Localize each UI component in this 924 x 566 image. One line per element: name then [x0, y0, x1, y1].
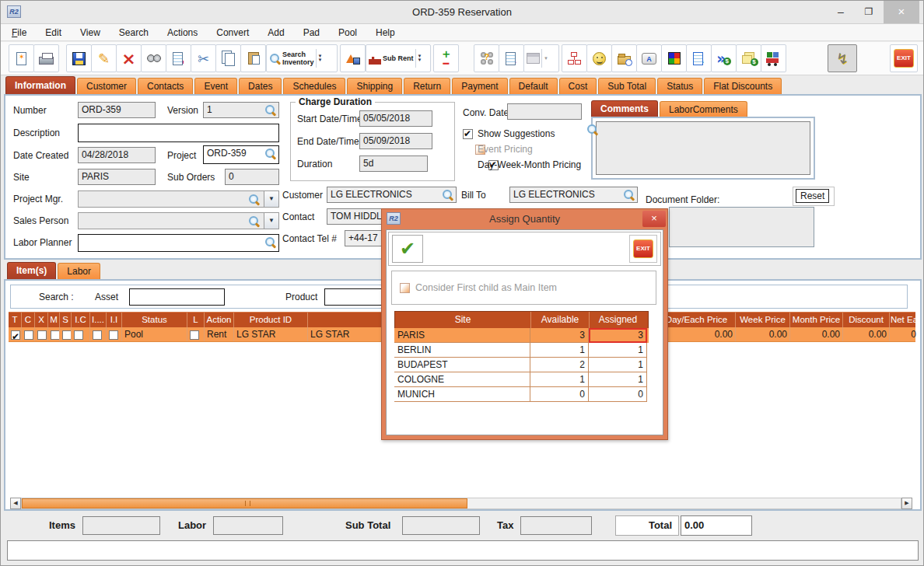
- comments-textarea[interactable]: [596, 121, 810, 175]
- price-notes-button[interactable]: $: [736, 44, 761, 72]
- tab-flat-discounts[interactable]: Flat Discounts: [704, 78, 782, 94]
- sales-person-search-icon[interactable]: [248, 215, 260, 227]
- col-m[interactable]: M: [48, 313, 60, 327]
- available-cell[interactable]: 1: [530, 372, 589, 387]
- labor-planner-search-icon[interactable]: [264, 236, 276, 248]
- dialog-exit-button[interactable]: EXIT: [629, 235, 657, 263]
- tab-cost[interactable]: Cost: [559, 78, 597, 94]
- dialog-ok-button[interactable]: ✔: [392, 235, 423, 263]
- site-cell[interactable]: COLOGNE: [394, 372, 530, 387]
- save-button[interactable]: [66, 44, 92, 72]
- quick-action-button[interactable]: ↯: [828, 44, 857, 72]
- close-button[interactable]: ×: [884, 1, 919, 23]
- version-field[interactable]: 1: [203, 102, 279, 118]
- tab-contacts[interactable]: Contacts: [138, 78, 193, 94]
- notes-button[interactable]: ✎: [499, 44, 524, 72]
- customer-field[interactable]: LG ELECTRONICS: [327, 187, 457, 203]
- available-cell[interactable]: 3: [530, 328, 589, 343]
- sales-person-combo[interactable]: ▼: [78, 212, 279, 229]
- tab-labor-comments[interactable]: LaborComments: [660, 101, 747, 117]
- row-net-ea[interactable]: 0: [890, 327, 919, 341]
- menu-file[interactable]: File: [12, 27, 26, 38]
- col-c[interactable]: C: [22, 313, 35, 327]
- note-edit-button[interactable]: ✎: [686, 44, 712, 72]
- copy-button[interactable]: [215, 44, 241, 72]
- row-month[interactable]: 0.00: [790, 327, 843, 341]
- col-ic[interactable]: I.C: [72, 313, 90, 327]
- bill-to-field[interactable]: LG ELECTRONICS: [509, 187, 638, 203]
- tab-default[interactable]: Default: [509, 78, 558, 94]
- project-input[interactable]: ORD-359: [203, 145, 279, 164]
- shapes-button[interactable]: [340, 44, 366, 72]
- description-input[interactable]: [78, 124, 279, 142]
- site-cell[interactable]: BERLIN: [394, 343, 530, 358]
- assigned-cell[interactable]: 1: [589, 343, 647, 358]
- col-product-id[interactable]: Product ID: [234, 313, 308, 327]
- project-mgr-search-icon[interactable]: [248, 194, 260, 205]
- blocks-button[interactable]: [661, 44, 687, 72]
- search-inventory-button[interactable]: SearchInventory ▼▼: [266, 44, 338, 72]
- folder-history-button[interactable]: [611, 44, 637, 72]
- row-t-checkbox[interactable]: [11, 330, 20, 340]
- menu-pool[interactable]: Pool: [338, 27, 357, 38]
- tab-schedules[interactable]: Schedules: [283, 78, 345, 94]
- menu-convert[interactable]: Convert: [216, 27, 249, 38]
- dialog-row-cologne[interactable]: COLOGNE 1 1: [394, 372, 649, 387]
- dialog-row-paris[interactable]: PARIS 3 3: [394, 328, 649, 343]
- reset-button[interactable]: Reset: [796, 189, 829, 203]
- tab-labor[interactable]: Labor: [58, 263, 100, 279]
- customer-search-icon[interactable]: [442, 189, 453, 201]
- available-cell[interactable]: 2: [530, 358, 589, 372]
- export-button[interactable]: ↘: [166, 44, 191, 72]
- search-inventory-dropdown-icon[interactable]: ▼▼: [316, 49, 323, 68]
- tab-event[interactable]: Event: [194, 78, 237, 94]
- maximize-button[interactable]: ❐: [856, 1, 882, 23]
- site-cell[interactable]: PARIS: [394, 328, 530, 343]
- assigned-cell-editing[interactable]: 3: [589, 328, 647, 343]
- row-c-checkbox[interactable]: [24, 330, 33, 340]
- project-search-icon[interactable]: [264, 148, 276, 159]
- row-status[interactable]: Pool: [122, 327, 187, 341]
- col-week-price[interactable]: Week Price: [736, 313, 790, 327]
- site-cell[interactable]: MUNICH: [394, 387, 530, 402]
- tab-status[interactable]: Status: [657, 78, 702, 94]
- show-suggestions-checkbox[interactable]: [463, 129, 473, 139]
- menu-edit[interactable]: Edit: [45, 27, 61, 38]
- col-t[interactable]: T: [9, 313, 22, 327]
- menu-search[interactable]: Search: [119, 27, 149, 38]
- labor-planner-input[interactable]: [78, 234, 279, 252]
- col-x[interactable]: X: [35, 313, 48, 327]
- dialog-row-berlin[interactable]: BERLIN 1 1: [394, 343, 649, 358]
- col-month-price[interactable]: Month Price: [790, 313, 843, 327]
- dialog-col-site[interactable]: Site: [395, 312, 531, 328]
- version-search-icon[interactable]: [264, 104, 276, 116]
- row-i-checkbox[interactable]: [93, 330, 102, 340]
- edit-button[interactable]: ✎: [91, 44, 117, 72]
- row-s-checkbox[interactable]: [62, 330, 72, 340]
- dialog-row-munich[interactable]: MUNICH 0 0: [394, 387, 649, 402]
- asset-input[interactable]: [129, 288, 225, 306]
- find-button[interactable]: [141, 44, 166, 72]
- assigned-cell[interactable]: 0: [589, 387, 647, 402]
- exit-button[interactable]: EXIT: [890, 44, 918, 72]
- new-button[interactable]: ✶: [9, 44, 34, 72]
- tab-comments[interactable]: Comments: [591, 100, 658, 117]
- menu-view[interactable]: View: [80, 27, 100, 38]
- paste-button[interactable]: [240, 44, 266, 72]
- comments-search-icon[interactable]: [586, 124, 598, 135]
- sub-rent-button[interactable]: Sub Rent ▼▼: [366, 44, 431, 72]
- bill-to-search-icon[interactable]: [623, 189, 635, 201]
- col-action[interactable]: Action: [205, 313, 234, 327]
- cut-button[interactable]: ✂: [191, 44, 216, 72]
- row-m-checkbox[interactable]: [51, 330, 60, 340]
- tab-information[interactable]: Information: [5, 76, 75, 94]
- menu-pad[interactable]: Pad: [303, 27, 320, 38]
- col-day-each-price[interactable]: Day/Each Price: [658, 313, 736, 327]
- keyboard-button[interactable]: A: [636, 44, 662, 72]
- available-cell[interactable]: 1: [530, 343, 589, 358]
- available-cell[interactable]: 0: [530, 387, 589, 402]
- currency-convert-button[interactable]: »$: [711, 44, 737, 72]
- smiley-button[interactable]: [586, 44, 612, 72]
- row-product-id[interactable]: LG STAR: [234, 327, 308, 341]
- tab-shipping[interactable]: Shipping: [347, 78, 402, 94]
